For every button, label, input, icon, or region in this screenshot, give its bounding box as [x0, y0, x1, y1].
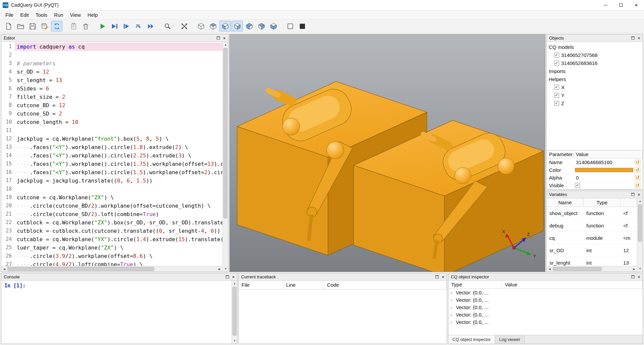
wireframe-button[interactable]: [284, 21, 296, 31]
autoreload-button[interactable]: [51, 21, 62, 31]
zoom-to-fit-button[interactable]: [162, 21, 173, 31]
code-line-16[interactable]: ····.faces("<Y").workplane().circle(1.5)…: [15, 168, 222, 177]
float-panel-icon[interactable]: [435, 275, 439, 278]
save-as-button[interactable]: [39, 21, 50, 31]
float-panel-icon[interactable]: [226, 275, 229, 278]
scroll-right-icon[interactable]: ▶: [217, 266, 222, 272]
code-line-10[interactable]: cutcone_length·=·10: [15, 118, 222, 126]
variables-vertical-scrollbar[interactable]: ▲ ▼: [637, 198, 643, 272]
minimize-button[interactable]: [598, 0, 613, 10]
variables-horizontal-scrollbar[interactable]: ◀ ▶: [547, 266, 637, 272]
menu-view[interactable]: View: [67, 11, 84, 19]
tree-item-helper-y[interactable]: Y: [561, 92, 565, 98]
objects-tree[interactable]: CQ models ✓ 3140652707568 ✓ 314065268361…: [547, 42, 643, 150]
model-checkbox[interactable]: ✓: [554, 53, 559, 58]
tree-item-helper-z[interactable]: Z: [561, 100, 564, 106]
scroll-down-icon[interactable]: ▼: [223, 266, 228, 272]
menu-help[interactable]: Help: [84, 11, 101, 19]
scrollbar-thumb[interactable]: [223, 48, 227, 218]
variable-row[interactable]: sr_ODint12: [547, 244, 637, 257]
inspector-row[interactable]: ›Vector: (0.0, ...: [448, 318, 643, 326]
scrollbar-thumb[interactable]: [638, 204, 642, 242]
save-button[interactable]: [27, 21, 38, 31]
scrollbar-thumb[interactable]: [232, 287, 236, 336]
code-lines[interactable]: import·cadquery·as·cq# parameterssr_OD·=…: [15, 42, 222, 266]
code-line-25[interactable]: luer_taper·=·cq.Workplane("ZX")·\: [15, 244, 222, 252]
scroll-left-icon[interactable]: ◀: [1, 266, 7, 272]
code-line-24[interactable]: cutcable·=·cq.Workplane("YX").circle(1.4…: [15, 235, 222, 244]
inspector-header-value[interactable]: Value: [502, 281, 643, 288]
tree-item-cq-models[interactable]: CQ models: [549, 44, 574, 50]
scroll-down-icon[interactable]: ▼: [637, 266, 643, 272]
tab-cq-object-inspector[interactable]: CQ object inspector: [448, 335, 495, 344]
editor-horizontal-scrollbar[interactable]: ◀ ▶: [1, 266, 222, 272]
paste-button[interactable]: [68, 21, 79, 31]
3d-viewport[interactable]: X Z Y: [229, 34, 545, 272]
scroll-left-icon[interactable]: ◀: [547, 266, 552, 272]
float-panel-icon[interactable]: [631, 37, 635, 40]
view-iso-button[interactable]: [195, 21, 207, 31]
scroll-up-icon[interactable]: ▲: [223, 42, 228, 48]
tree-item-helper-x[interactable]: X: [561, 84, 565, 90]
code-line-15[interactable]: ····.faces("<Y").workplane().circle(1.75…: [15, 160, 222, 168]
inspector-header-type[interactable]: Type: [448, 281, 502, 288]
variable-row[interactable]: sr_lenghtint13: [547, 257, 637, 266]
traceback-header-file[interactable]: File: [239, 281, 283, 289]
code-line-23[interactable]: cutblock·=·cutblock.cut(cutcone).transla…: [15, 227, 222, 235]
code-line-1[interactable]: import·cadquery·as·cq: [15, 43, 222, 51]
menu-run[interactable]: Run: [51, 11, 67, 19]
scroll-up-icon[interactable]: ▲: [637, 198, 643, 204]
menu-edit[interactable]: Edit: [17, 11, 32, 19]
code-editor[interactable]: 1234567891011121314151617181920212223242…: [1, 42, 222, 266]
code-line-26[interactable]: ····.circle(3.9/2).workplane(offset=8.6)…: [15, 252, 222, 260]
scroll-right-icon[interactable]: ▶: [631, 266, 637, 272]
tab-log-viewer[interactable]: Log viewer: [495, 335, 525, 344]
code-line-3[interactable]: # parameters: [15, 59, 222, 68]
close-panel-icon[interactable]: ×: [638, 192, 640, 197]
expand-chevron-icon[interactable]: ›: [450, 290, 454, 295]
variable-row[interactable]: debugfunction<f: [547, 219, 637, 232]
inspector-row[interactable]: ›Vector: (0.0, ...: [448, 311, 643, 318]
delete-button[interactable]: [80, 21, 91, 31]
inspector-row[interactable]: ›Vector: (0.0, ...: [448, 289, 643, 296]
view-top-button[interactable]: [207, 21, 219, 31]
tree-item-model[interactable]: 3140652683616: [561, 60, 597, 66]
expand-chevron-icon[interactable]: ›: [450, 297, 454, 303]
code-line-21[interactable]: ····.circle(cutcone_SD/2).loft(combine=T…: [15, 210, 222, 218]
variable-row[interactable]: cqmodule<m: [547, 232, 637, 244]
expand-chevron-icon[interactable]: ›: [450, 304, 454, 310]
float-panel-icon[interactable]: [217, 37, 220, 40]
code-line-14[interactable]: ····.faces("<Y").workplane().circle(2.25…: [15, 151, 222, 160]
view-right-button[interactable]: [268, 21, 279, 31]
code-line-7[interactable]: fillet_size·=·2: [15, 93, 222, 101]
console-input-area[interactable]: In [1]:: [1, 281, 231, 344]
close-window-button[interactable]: ×: [629, 0, 644, 10]
variable-row[interactable]: show_objectfunction<f: [547, 207, 637, 219]
revert-icon[interactable]: ↺: [635, 183, 641, 188]
editor-vertical-scrollbar[interactable]: ▲ ▼: [222, 42, 228, 272]
continue-button[interactable]: [145, 21, 156, 31]
code-line-13[interactable]: ····.faces("<Y").workplane().circle(1.8)…: [15, 143, 222, 151]
code-line-19[interactable]: cutcone·=·cq.Workplane("ZX")·\: [15, 193, 222, 202]
expand-chevron-icon[interactable]: ›: [450, 319, 454, 325]
tree-item-helpers[interactable]: Helpers: [549, 76, 566, 82]
render-button[interactable]: [97, 21, 108, 31]
close-panel-icon[interactable]: ×: [223, 36, 226, 41]
code-line-12[interactable]: jackplug·=·cq.Workplane("front").box(5,·…: [15, 135, 222, 143]
code-line-22[interactable]: cutblock·=·cq.Workplane("ZX").box(sr_OD,…: [15, 218, 222, 227]
tree-item-imports[interactable]: Imports: [549, 68, 566, 74]
view-back-button[interactable]: [244, 21, 255, 31]
code-line-2[interactable]: [15, 51, 222, 59]
inspector-row[interactable]: ›Vector: (0.0, ...: [448, 303, 643, 311]
float-panel-icon[interactable]: [631, 275, 635, 278]
visible-checkbox[interactable]: ✓: [575, 183, 580, 188]
close-panel-icon[interactable]: ×: [638, 36, 640, 41]
code-line-9[interactable]: cutcone_SD·=·2: [15, 110, 222, 118]
view-b-button[interactable]: [219, 21, 231, 31]
view-front-button[interactable]: [231, 21, 243, 31]
float-panel-icon[interactable]: [631, 193, 635, 196]
variables-header-name[interactable]: Name: [547, 198, 584, 207]
traceback-header-code[interactable]: Code: [324, 281, 447, 289]
code-line-27[interactable]: ····.circle(4.9/2).loft(combine=True)·\: [15, 260, 222, 266]
helper-x-checkbox[interactable]: ✓: [554, 85, 559, 90]
